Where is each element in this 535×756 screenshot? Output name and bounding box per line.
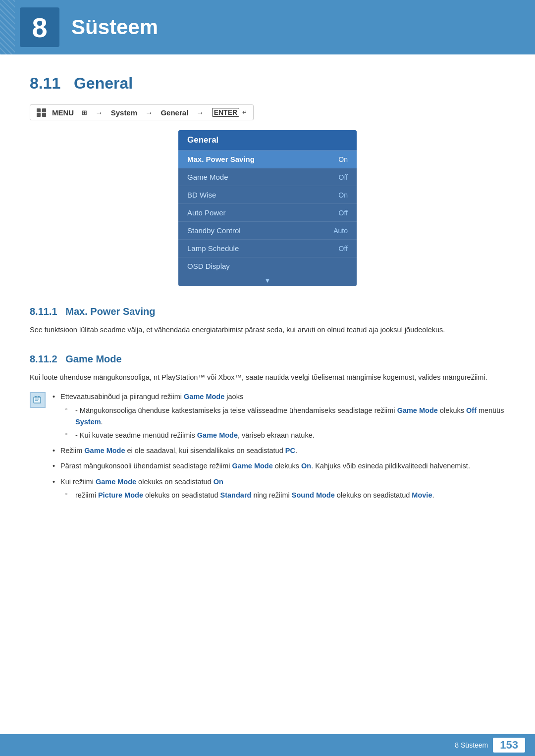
svg-rect-1: [42, 108, 46, 112]
subsection2-number: 8.11.2: [30, 353, 57, 364]
nav-path: MENU ⊞ → System → General → ENTER ↵: [30, 104, 254, 120]
subsection1-body: See funktsioon lülitab seadme välja, et …: [30, 324, 505, 336]
svg-rect-2: [37, 113, 41, 117]
enter-return-icon: ↵: [242, 109, 247, 116]
note-item: Ettevaatusabinõud ja piirangud režiimi G…: [53, 391, 505, 441]
menu-item[interactable]: Auto Power Off: [178, 204, 357, 222]
note-item: Kui režiimi Game Mode olekuks on seadist…: [53, 476, 505, 501]
general-menu-panel: General Max. Power Saving OnGame Mode Of…: [178, 130, 357, 286]
note-sub-item: - Kui kuvate seadme menüüd režiimis Game…: [65, 430, 505, 441]
subsection1-number: 8.11.1: [30, 306, 57, 317]
svg-rect-0: [37, 108, 41, 112]
chapter-title: Süsteem: [71, 15, 158, 39]
menu-item[interactable]: Max. Power Saving On: [178, 151, 357, 168]
menu-item-label: BD Wise: [187, 191, 216, 199]
menu-items-container: Max. Power Saving OnGame Mode OffBD Wise…: [178, 151, 357, 275]
menu-item-label: Lamp Schedule: [187, 244, 239, 252]
subsection2-heading: 8.11.2 Game Mode: [30, 353, 505, 365]
nav-arrow2: →: [145, 108, 153, 117]
svg-rect-7: [35, 396, 37, 398]
menu-item-label: OSD Display: [187, 262, 230, 270]
menu-down-arrow: ▼: [178, 275, 357, 286]
menu-item-value: On: [338, 191, 348, 199]
footer-text: 8 Süsteem: [455, 741, 488, 749]
menu-item[interactable]: BD Wise On: [178, 186, 357, 204]
section-title: General: [74, 74, 133, 92]
nav-enter-label: ENTER: [212, 108, 239, 117]
menu-item-value: Auto: [333, 227, 348, 235]
subsection1-title: Max. Power Saving: [65, 306, 155, 317]
svg-rect-8: [38, 396, 40, 398]
menu-item-label: Standby Control: [187, 226, 241, 235]
nav-grid-icon: ⊞: [82, 109, 87, 116]
menu-item-label: Auto Power: [187, 208, 226, 217]
menu-item[interactable]: Lamp Schedule Off: [178, 240, 357, 257]
page-header: 8 Süsteem: [0, 0, 535, 54]
menu-item-value: On: [338, 155, 348, 163]
menu-item-value: Off: [339, 245, 348, 252]
menu-panel-wrapper: General Max. Power Saving OnGame Mode Of…: [30, 130, 505, 286]
chapter-number-box: 8: [20, 7, 59, 47]
subsection2-body: Kui loote ühenduse mängukonsooliga, nt P…: [30, 372, 505, 383]
note-sub-item: režiimi Picture Mode olekuks on seadista…: [65, 490, 505, 501]
footer-page-number: 153: [493, 738, 525, 753]
chapter-number: 8: [32, 11, 47, 44]
subsection1-heading: 8.11.1 Max. Power Saving: [30, 306, 505, 317]
note-sub-item: - Mängukonsooliga ühenduse katkestamisek…: [65, 405, 505, 428]
menu-item-value: Off: [339, 209, 348, 217]
section-heading: 8.11 General: [30, 74, 505, 93]
nav-item1: System: [111, 108, 137, 117]
section-number: 8.11: [30, 74, 60, 92]
menu-panel-title: General: [178, 130, 357, 151]
nav-item2: General: [160, 108, 188, 117]
note-icon: [30, 392, 46, 408]
footer: 8 Süsteem 153: [0, 734, 535, 756]
svg-rect-3: [42, 113, 46, 117]
menu-item-value: Off: [339, 173, 348, 181]
subsection2-title: Game Mode: [65, 353, 121, 364]
note-item: Režiim Game Mode ei ole saadaval, kui si…: [53, 445, 505, 456]
menu-item-label: Game Mode: [187, 173, 228, 181]
menu-item[interactable]: Standby Control Auto: [178, 222, 357, 240]
main-content: 8.11 General MENU ⊞ → System → General →: [0, 54, 535, 525]
note-item: Pärast mängukonsooli ühendamist seadista…: [53, 460, 505, 472]
notes-list: Ettevaatusabinõud ja piirangud režiimi G…: [53, 391, 505, 505]
menu-item-label: Max. Power Saving: [187, 155, 255, 163]
nav-arrow3: →: [196, 108, 204, 117]
menu-item[interactable]: OSD Display: [178, 257, 357, 275]
nav-arrow1: →: [96, 108, 103, 117]
notes-section: Ettevaatusabinõud ja piirangud režiimi G…: [30, 391, 505, 505]
nav-menu-label: MENU: [52, 108, 74, 117]
menu-item[interactable]: Game Mode Off: [178, 168, 357, 186]
menu-icon: [36, 108, 47, 117]
svg-rect-4: [34, 397, 41, 403]
